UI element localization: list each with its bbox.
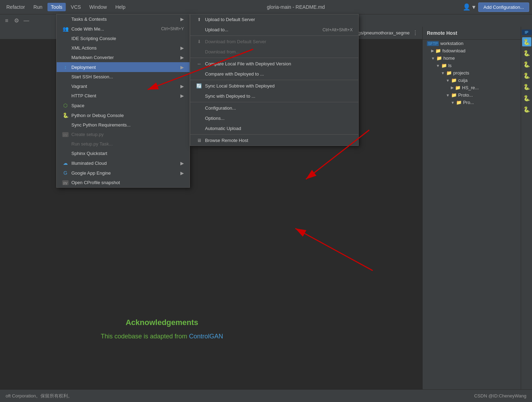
ack-link[interactable]: ControlGAN bbox=[189, 333, 223, 340]
ssh-label: Start SSH Session... bbox=[71, 74, 113, 79]
menu-window[interactable]: Window bbox=[86, 3, 110, 11]
run-setup-label: Run setup.py Task... bbox=[71, 141, 113, 147]
sphinx-label: Sphinx Quickstart bbox=[71, 151, 107, 156]
menu-item-cprofile[interactable]: py Open CProfile snapshot bbox=[57, 178, 190, 187]
acknowledgements-title: Acknowledgements bbox=[14, 318, 310, 327]
upload-to-label: Upload to... bbox=[205, 27, 229, 32]
menu-item-http-client[interactable]: HTTP Client ▶ bbox=[57, 91, 190, 100]
upload-to-shortcut: Ctrl+Alt+Shift+X bbox=[322, 27, 353, 32]
submenu-sync-local[interactable]: 🔄 Sync Local Subtree with Deployed bbox=[190, 81, 358, 91]
add-configuration-button[interactable]: Add Configuration... bbox=[478, 2, 529, 12]
menu-item-markdown[interactable]: Markdown Converter ▶ bbox=[57, 53, 190, 62]
toolbar-minus-icon[interactable]: — bbox=[23, 17, 30, 25]
submenu-divider-2 bbox=[190, 58, 358, 58]
sidebar-icon-py5[interactable]: 🐍 bbox=[522, 82, 531, 91]
sidebar-icon-py7[interactable]: 🐍 bbox=[522, 105, 531, 114]
submenu-sync-with-deployed[interactable]: Sync with Deployed to ... bbox=[190, 91, 358, 101]
tree-item-fsdownload[interactable]: ▶ 📁 fsdownload bbox=[423, 47, 521, 54]
toolbar-settings-icon[interactable]: ⚙ bbox=[13, 17, 20, 25]
submenu-arrow: ▶ bbox=[180, 55, 184, 60]
vagrant-label: Vagrant bbox=[71, 84, 87, 89]
menu-item-sphinx[interactable]: Sphinx Quickstart bbox=[57, 149, 190, 158]
upload-default-icon: ⬆ bbox=[196, 17, 202, 22]
menu-item-xml-actions[interactable]: XML Actions ▶ bbox=[57, 43, 190, 53]
tree-label: ls bbox=[448, 63, 451, 68]
sidebar-icon-py6[interactable]: 🐍 bbox=[522, 93, 531, 103]
menu-item-vagrant[interactable]: Vagrant ▶ bbox=[57, 82, 190, 91]
submenu-compare-with-deployed[interactable]: Compare with Deployed to ... bbox=[190, 69, 358, 79]
menu-item-google-app-engine[interactable]: G Google App Engine ▶ bbox=[57, 168, 190, 178]
menu-refactor[interactable]: Refactor bbox=[3, 3, 28, 11]
submenu-upload-to[interactable]: Upload to... Ctrl+Alt+Shift+X bbox=[190, 25, 358, 35]
tree-label: HS_re... bbox=[462, 85, 479, 90]
compare-deployed-label: Compare with Deployed to ... bbox=[205, 71, 264, 77]
submenu-upload-default[interactable]: ⬆ Upload to Default Server bbox=[190, 14, 358, 25]
submenu-compare-local[interactable]: ↔ Compare Local File with Deployed Versi… bbox=[190, 59, 358, 69]
browse-remote-label: Browse Remote Host bbox=[205, 138, 248, 143]
tree-item-cuija[interactable]: ▼ 📁 cuija bbox=[423, 77, 521, 84]
more-options-icon[interactable]: ⋮ bbox=[412, 30, 418, 36]
submenu-browse-remote[interactable]: 🖥 Browse Remote Host bbox=[190, 135, 358, 145]
expand-arrow: ▼ bbox=[446, 93, 450, 97]
expand-arrow: ▼ bbox=[431, 56, 435, 60]
folder-icon: 📁 bbox=[441, 63, 447, 68]
tree-label: fsdownload bbox=[442, 48, 466, 53]
menu-item-sync-requirements[interactable]: Sync Python Requirements... bbox=[57, 120, 190, 130]
configuration-label: Configuration... bbox=[205, 105, 236, 111]
tree-label: Proto... bbox=[458, 92, 473, 98]
remote-host-panel: Remote Host SFTP workstation ▶ 📁 fsdownl… bbox=[422, 27, 521, 389]
code-with-me-label: Code With Me... bbox=[71, 26, 104, 32]
tree-item-hs-re[interactable]: ▶ 📁 HS_re... bbox=[423, 84, 521, 91]
status-bar: oft Corporation。保留所有权利。 CSDN @ID:CheneyW… bbox=[0, 389, 532, 402]
tree-label: Pro... bbox=[463, 100, 474, 105]
folder-icon: 📁 bbox=[456, 100, 462, 105]
menu-run[interactable]: Run bbox=[30, 3, 46, 11]
sidebar-icon-py2[interactable]: 🐍 bbox=[522, 48, 531, 58]
folder-icon: 📁 bbox=[455, 85, 461, 90]
folder-icon: 📁 bbox=[436, 56, 442, 61]
cprofile-label: Open CProfile snapshot bbox=[71, 180, 120, 185]
illuminated-cloud-label: Illuminated Cloud bbox=[71, 161, 107, 166]
acknowledgements-section: Acknowledgements This codebase is adapte… bbox=[0, 311, 324, 347]
tree-item-proto[interactable]: ▼ 📁 Proto... bbox=[423, 91, 521, 99]
toolbar-lines-icon[interactable]: ≡ bbox=[3, 17, 11, 25]
submenu-options[interactable]: Options... bbox=[190, 113, 358, 123]
space-label: Space bbox=[71, 103, 84, 108]
acknowledgements-text: This codebase is adapted from ControlGAN bbox=[14, 333, 310, 340]
submenu-arrow: ▶ bbox=[180, 170, 184, 176]
tree-item-workstation[interactable]: SFTP workstation bbox=[423, 40, 521, 47]
sidebar-icon-py1[interactable]: 🐍 bbox=[522, 37, 531, 46]
compare-local-label: Compare Local File with Deployed Version bbox=[205, 61, 291, 66]
user-icon-button[interactable]: 👤 ▾ bbox=[463, 3, 475, 11]
auto-upload-label: Automatic Upload bbox=[205, 126, 241, 131]
sidebar-icon-py4[interactable]: 🐍 bbox=[522, 71, 531, 80]
menu-right-section: 👤 ▾ Add Configuration... bbox=[463, 2, 529, 12]
menu-help[interactable]: Help bbox=[112, 3, 129, 11]
menu-item-space[interactable]: ⬡ Space bbox=[57, 100, 190, 110]
submenu-divider-5 bbox=[190, 134, 358, 135]
folder-icon: 📁 bbox=[451, 78, 457, 83]
menu-item-deployment[interactable]: ↕ Deployment ▶ bbox=[57, 62, 190, 72]
sidebar-icon-py3[interactable]: 🐍 bbox=[522, 60, 531, 69]
http-label: HTTP Client bbox=[71, 93, 96, 98]
menu-vcs[interactable]: VCS bbox=[67, 3, 84, 11]
tree-item-pro[interactable]: ▼ 📁 Pro... bbox=[423, 99, 521, 106]
download-default-label: Download from Default Server bbox=[205, 39, 266, 44]
menu-item-ide-scripting[interactable]: IDE Scripting Console bbox=[57, 34, 190, 43]
menu-item-python-console[interactable]: 🐍 Python or Debug Console bbox=[57, 110, 190, 120]
tree-item-home[interactable]: ▼ 📁 home bbox=[423, 54, 521, 62]
menu-item-illuminated-cloud[interactable]: ☁ Illuminated Cloud ▶ bbox=[57, 158, 190, 168]
folder-icon: 📁 bbox=[446, 70, 452, 76]
tree-item-ls[interactable]: ▼ 📁 ls bbox=[423, 62, 521, 69]
menu-item-code-with-me[interactable]: 👥 Code With Me... Ctrl+Shift+Y bbox=[57, 24, 190, 34]
expand-arrow: ▼ bbox=[436, 64, 440, 68]
sidebar-icon-1[interactable]: IP bbox=[522, 30, 532, 35]
menu-item-ssh[interactable]: Start SSH Session... bbox=[57, 72, 190, 82]
tree-item-projects[interactable]: ▼ 📁 projects bbox=[423, 69, 521, 77]
python-icon: 🐍 bbox=[62, 112, 69, 118]
menu-item-tasks[interactable]: Tasks & Contexts ▶ bbox=[57, 14, 190, 24]
submenu-automatic-upload[interactable]: Automatic Upload bbox=[190, 123, 358, 134]
window-title: gloria-main - README.md bbox=[130, 4, 461, 10]
menu-tools[interactable]: Tools bbox=[47, 3, 66, 11]
submenu-configuration[interactable]: Configuration... bbox=[190, 103, 358, 113]
